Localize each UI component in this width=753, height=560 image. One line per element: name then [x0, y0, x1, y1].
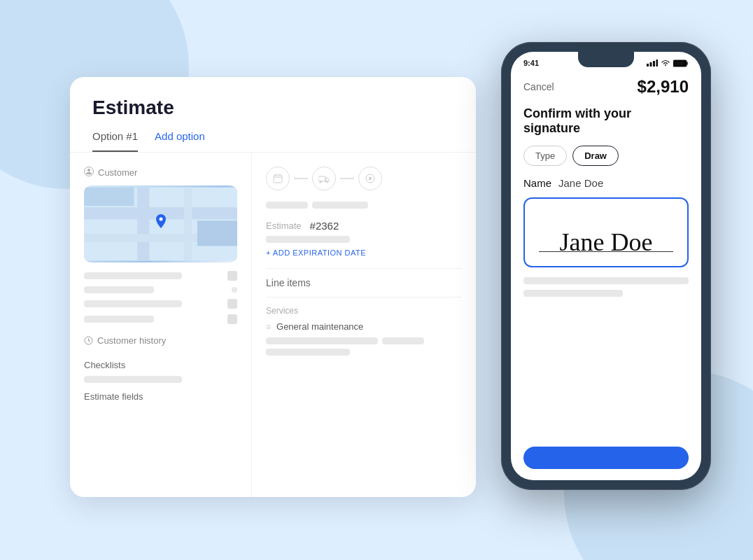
skeleton-workflow-2	[312, 202, 368, 209]
signal-icon	[647, 59, 658, 66]
name-label: Name	[523, 177, 551, 189]
phone-content: Cancel $2,910 Confirm with your signatur…	[511, 70, 701, 480]
wifi-icon	[661, 59, 670, 66]
cancel-button[interactable]: Cancel	[523, 81, 554, 92]
workflow-line-2	[340, 178, 354, 179]
skeleton-icon-2	[232, 287, 237, 293]
placeholder-row-2	[523, 290, 623, 297]
page-title: Estimate	[92, 97, 453, 119]
skeleton-icon-1	[227, 271, 237, 281]
skeleton-s2	[382, 337, 424, 344]
name-row: Name Jane Doe	[523, 177, 689, 189]
svg-rect-11	[274, 175, 282, 183]
svg-rect-22	[653, 61, 655, 66]
confirm-button[interactable]	[523, 447, 689, 469]
line-items-label: Line items	[266, 277, 462, 288]
svg-rect-7	[84, 188, 134, 206]
phone-notch	[578, 52, 634, 67]
tab-bar: Option #1 Add option	[92, 130, 453, 152]
skeleton-icon-4	[227, 314, 237, 324]
type-draw-toggle: Type Draw	[523, 146, 689, 166]
phone-frame: 9:41	[501, 42, 711, 490]
divider-1	[266, 268, 462, 269]
svg-rect-15	[318, 176, 325, 181]
drag-handle-icon: ≡	[266, 322, 271, 332]
estimate-fields-label: Estimate fields	[84, 391, 237, 402]
right-panel: Estimate #2362 + ADD EXPIRATION DATE Lin…	[252, 153, 476, 497]
skeleton-email	[84, 316, 154, 323]
skeleton-phone	[84, 300, 182, 307]
name-value: Jane Doe	[558, 177, 603, 189]
placeholder-row-1	[523, 277, 689, 284]
draw-button[interactable]: Draw	[572, 146, 619, 166]
svg-point-1	[87, 169, 90, 172]
tab-add-option[interactable]: Add option	[155, 130, 205, 152]
svg-rect-23	[656, 59, 659, 66]
add-expiration-link[interactable]: + ADD EXPIRATION DATE	[266, 248, 366, 257]
map-pin	[154, 214, 168, 228]
status-icons	[647, 59, 689, 67]
type-button[interactable]: Type	[523, 146, 567, 166]
skeleton-icon-3	[227, 299, 237, 309]
workflow-line-1	[294, 178, 308, 179]
services-label: Services	[266, 306, 462, 316]
skeleton-date	[266, 236, 350, 243]
svg-rect-8	[197, 220, 237, 246]
price-display: $2,910	[638, 77, 689, 97]
signature-underline	[539, 251, 673, 252]
info-row-4	[84, 314, 237, 324]
customer-history-row: Customer history	[84, 335, 237, 346]
skeleton-workflow-1	[266, 202, 308, 209]
service-name: General maintenance	[276, 321, 363, 332]
info-row-2	[84, 286, 237, 293]
divider-2	[266, 297, 462, 298]
skeleton-address	[84, 286, 154, 293]
phone-screen: 9:41	[511, 52, 701, 480]
customer-section: Customer	[84, 167, 237, 324]
customer-label: Customer	[84, 167, 237, 178]
left-panel: Customer	[70, 153, 252, 497]
history-icon	[84, 336, 93, 345]
skeleton-service-row-2	[266, 349, 462, 356]
phone-mockup: 9:41	[501, 42, 711, 490]
map-preview	[84, 186, 237, 262]
skeleton-s3	[266, 349, 350, 356]
workflow-icon-calendar	[266, 167, 290, 190]
svg-rect-21	[650, 62, 652, 66]
card-header: Estimate Option #1 Add option	[70, 77, 476, 153]
tab-option1[interactable]: Option #1	[92, 130, 138, 152]
estimate-number-row: Estimate #2362	[266, 220, 462, 232]
estimate-label: Estimate	[266, 220, 302, 231]
estimate-number: #2362	[310, 220, 339, 232]
card-body: Customer	[70, 153, 476, 497]
svg-rect-20	[647, 64, 649, 66]
desktop-estimate-card: Estimate Option #1 Add option Customer	[70, 77, 476, 497]
checklists-label: Checklists	[84, 360, 237, 370]
svg-rect-4	[137, 188, 149, 261]
service-row-1: ≡ General maintenance	[266, 321, 462, 332]
history-label: Customer history	[97, 335, 166, 346]
skeleton-s1	[266, 337, 378, 344]
svg-point-9	[159, 218, 162, 221]
skeleton-service-row-1	[266, 337, 462, 344]
svg-marker-19	[370, 176, 373, 181]
svg-rect-25	[675, 61, 684, 65]
info-row-1	[84, 271, 237, 281]
svg-rect-5	[184, 188, 192, 261]
customer-info-rows	[84, 271, 237, 324]
battery-icon	[673, 59, 689, 67]
customer-icon	[84, 167, 94, 178]
status-time: 9:41	[523, 59, 539, 67]
skeleton-name	[84, 272, 182, 279]
checklists-section: Checklists	[84, 360, 237, 383]
skeleton-checklist	[84, 376, 182, 383]
workflow-bar	[266, 167, 462, 190]
info-row-3	[84, 299, 237, 309]
confirm-title: Confirm with your signature	[523, 106, 689, 136]
workflow-icon-play	[358, 167, 382, 190]
placeholder-rows	[523, 277, 689, 297]
phone-top-row: Cancel $2,910	[523, 77, 689, 97]
workflow-icon-truck	[312, 167, 336, 190]
signature-box[interactable]: Jane Doe	[523, 197, 689, 267]
